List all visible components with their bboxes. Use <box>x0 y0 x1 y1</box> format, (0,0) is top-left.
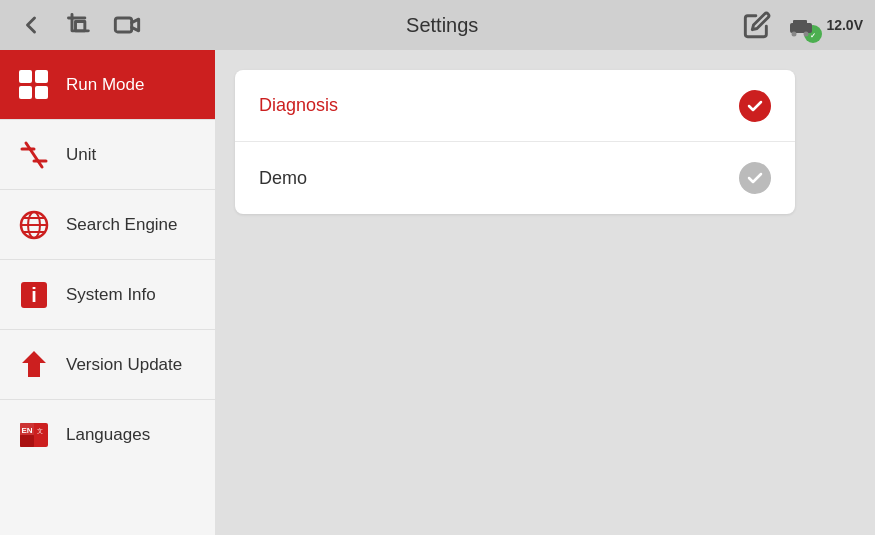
svg-rect-8 <box>19 70 32 83</box>
svg-text:EN: EN <box>21 426 32 435</box>
diagnosis-label: Diagnosis <box>259 95 338 116</box>
topbar: Settings ✓ 12.0V <box>0 0 875 50</box>
back-button[interactable] <box>12 6 50 44</box>
svg-line-12 <box>26 143 42 167</box>
sidebar-item-run-mode[interactable]: Run Mode <box>0 50 215 120</box>
topbar-title: Settings <box>146 14 738 37</box>
topbar-left <box>12 6 146 44</box>
version-update-icon <box>16 347 52 383</box>
svg-text:i: i <box>31 284 37 306</box>
crop-icon[interactable] <box>60 6 98 44</box>
sidebar-item-languages[interactable]: EN 文 Languages <box>0 400 215 470</box>
content-area: Diagnosis Demo <box>215 50 875 535</box>
sidebar-item-version-update[interactable]: Version Update <box>0 330 215 400</box>
svg-marker-22 <box>22 351 46 377</box>
topbar-right: ✓ 12.0V <box>738 6 863 44</box>
languages-label: Languages <box>66 425 150 445</box>
svg-rect-9 <box>35 70 48 83</box>
version-update-label: Version Update <box>66 355 182 375</box>
sidebar-item-unit[interactable]: Unit <box>0 120 215 190</box>
svg-rect-5 <box>793 20 807 26</box>
option-row-demo[interactable]: Demo <box>235 142 795 214</box>
svg-rect-26 <box>20 435 34 447</box>
svg-rect-1 <box>115 18 131 32</box>
svg-text:✓: ✓ <box>810 32 816 39</box>
run-mode-label: Run Mode <box>66 75 144 95</box>
search-engine-label: Search Engine <box>66 215 178 235</box>
run-mode-icon <box>16 67 52 103</box>
languages-icon: EN 文 <box>16 417 52 453</box>
sidebar-item-system-info[interactable]: i System Info <box>0 260 215 330</box>
video-icon[interactable] <box>108 6 146 44</box>
svg-text:文: 文 <box>37 427 43 434</box>
sidebar-item-search-engine[interactable]: Search Engine <box>0 190 215 260</box>
svg-rect-11 <box>35 86 48 99</box>
search-engine-icon <box>16 207 52 243</box>
unit-icon <box>16 137 52 173</box>
sidebar: Run Mode Unit <box>0 50 215 535</box>
voltage-text: 12.0V <box>826 17 863 33</box>
svg-rect-0 <box>76 22 85 31</box>
main: Run Mode Unit <box>0 50 875 535</box>
system-info-label: System Info <box>66 285 156 305</box>
option-row-diagnosis[interactable]: Diagnosis <box>235 70 795 142</box>
demo-label: Demo <box>259 168 307 189</box>
option-card: Diagnosis Demo <box>235 70 795 214</box>
unit-label: Unit <box>66 145 96 165</box>
demo-radio[interactable] <box>739 162 771 194</box>
voltage-badge: ✓ 12.0V <box>786 7 863 43</box>
svg-point-6 <box>792 32 797 37</box>
system-info-icon: i <box>16 277 52 313</box>
svg-rect-10 <box>19 86 32 99</box>
car-icon: ✓ <box>786 7 822 43</box>
svg-point-7 <box>804 32 809 37</box>
diagnosis-radio[interactable] <box>739 90 771 122</box>
edit-icon[interactable] <box>738 6 776 44</box>
